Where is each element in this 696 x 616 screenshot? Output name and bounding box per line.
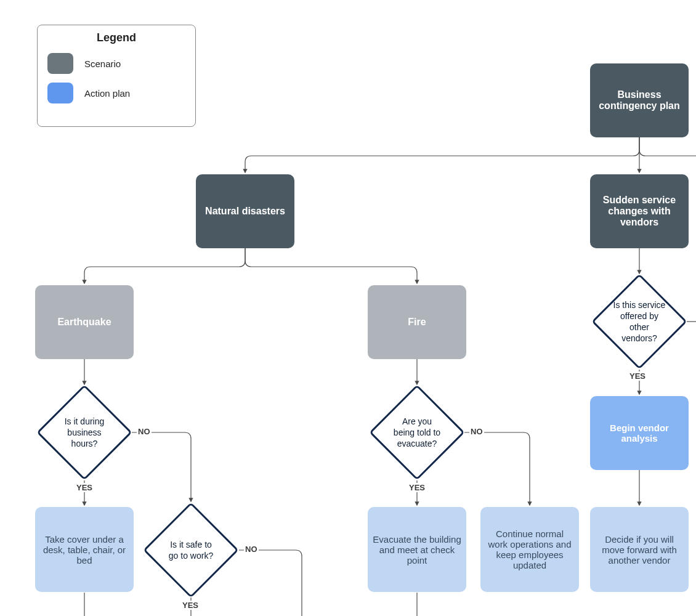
node-fire-label: Fire bbox=[408, 317, 426, 328]
node-a-continue-label: Continue normal work operations and keep… bbox=[485, 529, 574, 570]
diagram-canvas: Legend Scenario Action plan bbox=[0, 0, 696, 616]
node-a-continue[interactable]: Continue normal work operations and keep… bbox=[480, 507, 579, 592]
legend-title: Legend bbox=[47, 31, 185, 44]
node-natural-label: Natural disasters bbox=[205, 206, 285, 217]
legend-label-action: Action plan bbox=[84, 88, 130, 99]
edge-label-evac-yes: YES bbox=[408, 483, 426, 492]
node-a-evacuate[interactable]: Evacuate the building and meet at check … bbox=[368, 507, 466, 592]
node-fire[interactable]: Fire bbox=[368, 285, 466, 359]
node-a-begin-label: Begin vendor analysis bbox=[595, 423, 684, 444]
edge-label-service-yes: YES bbox=[628, 371, 647, 381]
node-root-label: Business contingency plan bbox=[595, 89, 684, 111]
edge-label-hours-no: NO bbox=[137, 427, 152, 436]
node-a-decide[interactable]: Decide if you will move forward with ano… bbox=[590, 507, 689, 592]
edge-label-evac-no: NO bbox=[469, 427, 484, 436]
edge-label-safe-no}: NO bbox=[244, 545, 259, 554]
legend-swatch-scenario bbox=[47, 53, 73, 74]
node-a-decide-label: Decide if you will move forward with ano… bbox=[595, 534, 684, 565]
node-earthquake-label: Earthquake bbox=[57, 317, 111, 328]
node-q-evacuate-label: Are you being told to evacuate? bbox=[383, 416, 451, 450]
node-a-cover-label: Take cover under a desk, table, chair, o… bbox=[40, 534, 129, 565]
node-q-hours-label: Is it during business hours? bbox=[51, 416, 118, 450]
node-earthquake[interactable]: Earthquake bbox=[35, 285, 134, 359]
node-q-safe[interactable]: Is it safe to go to work? bbox=[157, 516, 225, 584]
node-a-begin[interactable]: Begin vendor analysis bbox=[590, 396, 689, 470]
legend-row-action: Action plan bbox=[47, 83, 185, 103]
node-q-evacuate[interactable]: Are you being told to evacuate? bbox=[383, 399, 451, 466]
node-q-safe-label: Is it safe to go to work? bbox=[157, 539, 225, 561]
node-vendors[interactable]: Sudden service changes with vendors bbox=[590, 174, 689, 248]
legend-row-scenario: Scenario bbox=[47, 53, 185, 74]
node-natural[interactable]: Natural disasters bbox=[196, 174, 294, 248]
node-vendors-label: Sudden service changes with vendors bbox=[595, 195, 684, 228]
legend-swatch-action bbox=[47, 83, 73, 103]
node-a-cover[interactable]: Take cover under a desk, table, chair, o… bbox=[35, 507, 134, 592]
edge-label-hours-yes: YES bbox=[75, 483, 94, 492]
edge-label-safe-yes: YES bbox=[181, 601, 200, 610]
node-q-service[interactable]: Is this service offered by other vendors… bbox=[605, 288, 673, 355]
node-q-service-label: Is this service offered by other vendors… bbox=[605, 299, 673, 344]
node-q-hours[interactable]: Is it during business hours? bbox=[51, 399, 118, 466]
legend-box: Legend Scenario Action plan bbox=[37, 25, 196, 127]
node-root[interactable]: Business contingency plan bbox=[590, 63, 689, 137]
node-a-evacuate-label: Evacuate the building and meet at check … bbox=[373, 534, 461, 565]
legend-label-scenario: Scenario bbox=[84, 59, 121, 69]
